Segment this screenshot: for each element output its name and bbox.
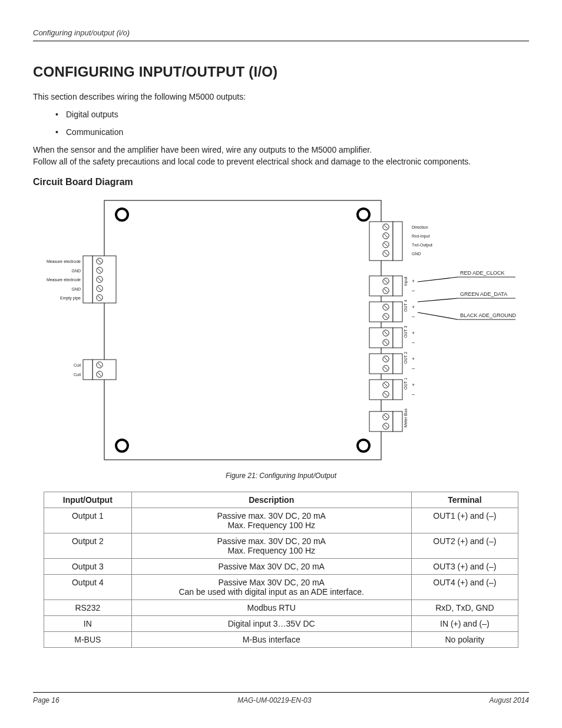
svg-text:GND: GND: [71, 287, 81, 291]
io-table: Input/Output Description Terminal Output…: [44, 492, 518, 648]
paragraph: Follow all of the safety precautions and…: [33, 157, 529, 166]
footer-docid: MAG-UM-00219-EN-03: [237, 696, 311, 704]
svg-rect-9: [393, 222, 402, 261]
svg-text:Measure electrode: Measure electrode: [47, 259, 81, 263]
svg-rect-18: [369, 380, 393, 400]
svg-text:–: –: [412, 391, 415, 397]
svg-text:+: +: [412, 304, 415, 310]
table-row: RS232Modbus RTURxD, TxD, GND: [44, 600, 518, 616]
svg-rect-15: [393, 328, 402, 348]
svg-text:–: –: [412, 340, 415, 345]
svg-text:RED ADE_CLOCK: RED ADE_CLOCK: [460, 270, 505, 276]
svg-rect-4: [92, 256, 116, 303]
svg-text:Coil: Coil: [74, 363, 81, 367]
footer-date: August 2014: [490, 696, 529, 704]
table-header: Description: [131, 492, 411, 508]
table-row: Output 4Passive Max 30V DC, 20 mACan be …: [44, 575, 518, 600]
svg-text:–: –: [412, 365, 415, 371]
figure-caption: Figure 21: Configuring Input/Output: [33, 472, 529, 480]
svg-text:+: +: [412, 330, 415, 336]
table-row: M-BUSM-Bus interfaceNo polarity: [44, 632, 518, 648]
svg-text:Rxd-Input: Rxd-Input: [412, 234, 429, 239]
bullet-list: Digital outputs Communication: [66, 110, 529, 137]
svg-text:GREEN ADE_DATA: GREEN ADE_DATA: [460, 291, 507, 297]
svg-rect-13: [393, 302, 402, 322]
svg-rect-7: [83, 360, 92, 380]
svg-rect-21: [393, 411, 402, 431]
table-row: Output 1Passive max. 30V DC, 20 mAMax. F…: [44, 508, 518, 533]
page-title: CONFIGURING INPUT/OUTPUT (I/O): [33, 64, 529, 80]
svg-text:OUT 1: OUT 1: [404, 377, 408, 390]
list-item: Digital outputs: [66, 110, 529, 119]
svg-text:OUT 2: OUT 2: [404, 351, 408, 364]
svg-text:OUT 4: OUT 4: [404, 299, 408, 312]
table-header: Input/Output: [44, 492, 132, 508]
page-footer: Page 16 MAG-UM-00219-EN-03 August 2014: [33, 692, 529, 704]
svg-rect-3: [104, 200, 381, 460]
paragraph: When the sensor and the amplifier have b…: [33, 145, 529, 154]
svg-text:Empty pipe: Empty pipe: [60, 296, 81, 301]
svg-text:Direction: Direction: [412, 225, 428, 229]
svg-rect-17: [393, 354, 402, 374]
svg-text:+: +: [412, 356, 415, 362]
running-head: Configuring input/output (i/o): [33, 28, 529, 41]
svg-text:–: –: [412, 288, 415, 294]
svg-text:GND: GND: [71, 269, 81, 273]
svg-text:Measure electrode: Measure electrode: [47, 278, 81, 282]
intro-text: This section describes wiring the follow…: [33, 92, 529, 101]
svg-text:GND: GND: [412, 252, 421, 256]
svg-rect-12: [369, 302, 393, 322]
table-row: Output 3Passive Max 30V DC, 20 mAOUT3 (+…: [44, 559, 518, 575]
footer-page: Page 16: [33, 696, 59, 704]
svg-text:Meter Bus: Meter Bus: [404, 409, 408, 427]
svg-rect-6: [92, 360, 116, 380]
table-header: Terminal: [411, 492, 518, 508]
list-item: Communication: [66, 127, 529, 137]
svg-rect-8: [369, 222, 393, 261]
svg-text:–: –: [412, 314, 415, 319]
svg-rect-19: [393, 380, 402, 400]
svg-text:Txd-Output: Txd-Output: [412, 243, 432, 248]
svg-text:+: +: [412, 382, 415, 388]
svg-text:Coil: Coil: [74, 373, 81, 377]
table-row: INDigital input 3…35V DCIN (+) and (–): [44, 616, 518, 632]
circuit-board-diagram: Measure electrodeGNDMeasure electrodeGND…: [33, 195, 529, 466]
svg-rect-14: [369, 328, 393, 348]
svg-text:OUT 3: OUT 3: [404, 325, 408, 338]
svg-rect-10: [369, 276, 393, 296]
svg-rect-5: [83, 256, 92, 303]
svg-text:BLACK ADE_GROUND: BLACK ADE_GROUND: [460, 312, 517, 318]
svg-rect-20: [369, 411, 393, 431]
svg-rect-16: [369, 354, 393, 374]
table-row: Output 2Passive max. 30V DC, 20 mAMax. F…: [44, 533, 518, 559]
subheading-circuit-board: Circuit Board Diagram: [33, 177, 529, 187]
svg-text:+: +: [412, 278, 415, 284]
svg-rect-11: [393, 276, 402, 296]
svg-text:Input: Input: [404, 276, 408, 286]
